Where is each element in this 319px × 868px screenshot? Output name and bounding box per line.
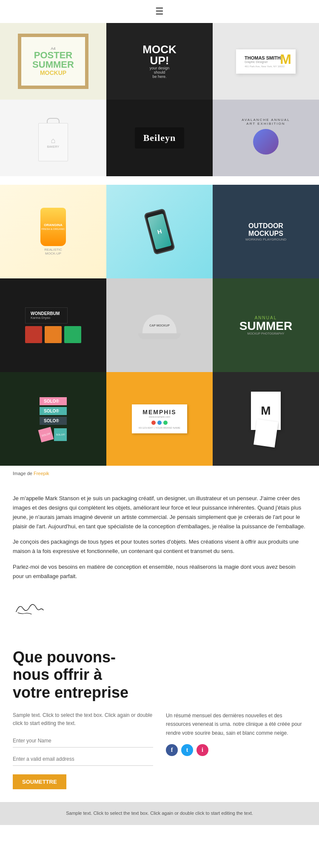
phone-mockup: H xyxy=(144,208,175,255)
offer-right: Un résumé mensuel des dernières nouvelle… xyxy=(166,711,306,789)
about-paragraph-2: Je conçois des packagings de tous types … xyxy=(13,537,306,556)
wonderbum-name: Karina Dryso xyxy=(31,316,62,320)
gallery-row-3: ORANGINAFresh & Organic REALISTICMOCK-UP… xyxy=(0,185,319,278)
solo-card-dark: SOLO® xyxy=(40,417,67,425)
about-section: Je m'appelle Mark Stanson et je suis un … xyxy=(0,481,319,596)
twitter-icon[interactable]: t xyxy=(181,744,193,756)
poster-title: POSTERSUMMER xyxy=(32,51,74,69)
wonderbum-title: WONDERBUM xyxy=(31,311,62,316)
offer-section: Que pouvons-nous offrir à votre entrepri… xyxy=(0,631,319,802)
gallery-row-5: SOLO® SOLO® SOLO® SOLO® SOLO® MEMPHIS ww… xyxy=(0,372,319,466)
gallery-cell-summer[interactable]: ANNUAL SUMMER MOCKUP PHOTOGRAPHY xyxy=(213,278,319,372)
bag-body: ⌂ BAKERY xyxy=(38,123,68,161)
offer-content: Sample text. Click to select the text bo… xyxy=(13,711,306,789)
signature-svg xyxy=(13,600,47,617)
memphis-card: MEMPHIS www.example.com 00-123-9347 | YO… xyxy=(132,404,187,433)
gallery-cell-letter[interactable]: M xyxy=(213,372,319,466)
summer-title: SUMMER xyxy=(239,320,292,332)
gallery-cell-sign[interactable]: Beileyn xyxy=(106,100,213,176)
wonderbum-card: WONDERBUM Karina Dryso xyxy=(25,307,68,324)
footer: Sample text. Click to select the text bo… xyxy=(0,802,319,825)
facebook-icon[interactable]: f xyxy=(166,744,178,756)
about-paragraph-3: Parlez-moi de vos besoins en matière de … xyxy=(13,562,306,581)
gallery-cell-exhibition[interactable]: AVALANCHE ANNUALART EXHIBITION xyxy=(213,100,319,176)
poster-subtitle: MOCKUP xyxy=(32,69,74,76)
outdoor-label: OUTDOORMOCKUPS xyxy=(245,222,287,238)
gallery-cell-solo[interactable]: SOLO® SOLO® SOLO® SOLO® SOLO® xyxy=(0,372,106,466)
gallery-cell-cap[interactable]: CAP MOCKUP xyxy=(106,278,213,372)
gallery-cell-business-card[interactable]: M THOMAS SMITH Graphic Designer 461 Park… xyxy=(213,23,319,100)
billboard-main: MOCKUP! xyxy=(142,44,176,66)
freepik-link[interactable]: Freepik xyxy=(34,471,49,476)
gallery-cell-poster[interactable]: A4 POSTERSUMMER MOCKUP xyxy=(0,23,106,100)
memphis-title: MEMPHIS xyxy=(138,409,181,415)
gallery-cell-billboard[interactable]: MOCKUP! your designshouldbe here. xyxy=(106,23,213,100)
gallery-gap xyxy=(0,176,319,185)
gallery-row-4: WONDERBUM Karina Dryso CAP MOCKUP xyxy=(0,278,319,372)
sign-text: Beileyn xyxy=(143,132,176,143)
image-credit-prefix: Image de xyxy=(13,471,34,476)
exhibition-title: AVALANCHE ANNUALART EXHIBITION xyxy=(242,118,290,126)
gallery-section: A4 POSTERSUMMER MOCKUP MOCKUP! your desi… xyxy=(0,23,319,466)
offer-title: Que pouvons-nous offrir à votre entrepri… xyxy=(13,648,140,701)
footer-text: Sample text. Click to select the text bo… xyxy=(13,810,306,817)
letter-m-logo: M xyxy=(261,404,271,418)
offer-left: Sample text. Click to select the text bo… xyxy=(13,711,153,789)
bcard-m: M xyxy=(280,52,291,67)
image-credit: Image de Freepik xyxy=(0,466,319,481)
gallery-cell-drink[interactable]: ORANGINAFresh & Organic REALISTICMOCK-UP xyxy=(0,185,106,278)
gallery-row-1: A4 POSTERSUMMER MOCKUP MOCKUP! your desi… xyxy=(0,23,319,100)
email-input[interactable] xyxy=(13,753,153,766)
drink-label: ORANGINAFresh & Organic xyxy=(41,223,65,231)
menu-icon[interactable]: ☰ xyxy=(155,6,164,17)
cap-mockup: CAP MOCKUP xyxy=(142,315,177,336)
gallery-cell-bag[interactable]: ⌂ BAKERY xyxy=(0,100,106,176)
offer-right-text: Un résumé mensuel des dernières nouvelle… xyxy=(166,711,306,737)
header: ☰ xyxy=(0,0,319,23)
submit-button[interactable]: SOUMETTRE xyxy=(13,774,66,789)
drink-cup: ORANGINAFresh & Organic xyxy=(40,208,66,246)
billboard-sub: your designshouldbe here. xyxy=(142,66,176,79)
signature-section xyxy=(0,596,319,631)
solo-card-teal: SOLO® xyxy=(40,407,67,415)
bag-label: BAKERY xyxy=(47,145,59,148)
solo-card-pink: SOLO® xyxy=(40,397,67,405)
gallery-cell-phone[interactable]: H xyxy=(106,185,213,278)
instagram-icon[interactable]: i xyxy=(197,744,208,756)
gallery-row-2: ⌂ BAKERY Beileyn AVALANCHE ANNUALART EXH… xyxy=(0,100,319,176)
name-input[interactable] xyxy=(13,734,153,748)
gallery-cell-memphis[interactable]: MEMPHIS www.example.com 00-123-9347 | YO… xyxy=(106,372,213,466)
memphis-sub: www.example.com xyxy=(138,415,181,418)
gallery-cell-cards[interactable]: WONDERBUM Karina Dryso xyxy=(0,278,106,372)
social-icons: f t i xyxy=(166,744,306,756)
phone-screen: H xyxy=(148,213,172,249)
offer-sample-text: Sample text. Click to select the text bo… xyxy=(13,711,153,728)
gallery-cell-outdoor[interactable]: OUTDOORMOCKUPS WORKING PLAYGROUND xyxy=(213,185,319,278)
about-paragraph-1: Je m'appelle Mark Stanson et je suis un … xyxy=(13,494,306,531)
cap-logo: CAP MOCKUP xyxy=(149,324,170,327)
